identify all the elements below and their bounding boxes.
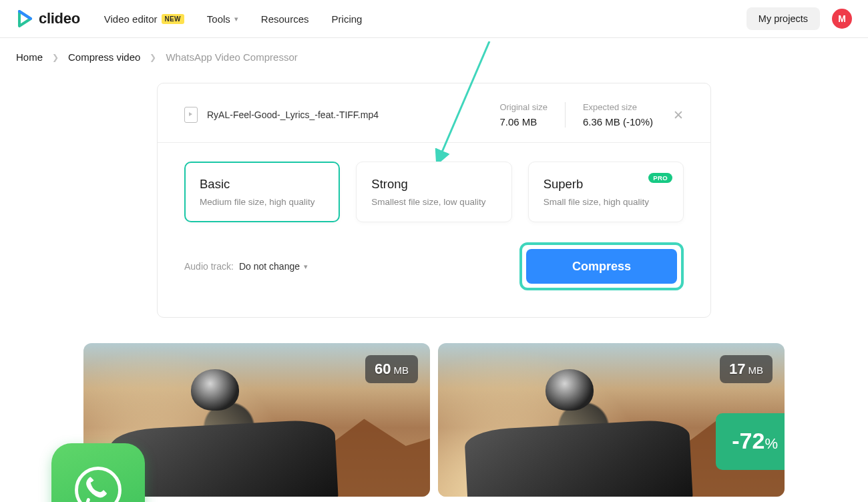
option-desc: Small file size, high quality: [544, 197, 668, 207]
nav-label: Resources: [261, 13, 309, 25]
option-title: Basic: [200, 177, 324, 192]
size-value: 7.06 MB: [499, 116, 548, 128]
after-size-badge: 17 MB: [720, 355, 773, 383]
before-size-badge: 60 MB: [365, 355, 418, 383]
main-nav: Video editor NEW Tools ▾ Resources Prici…: [104, 13, 363, 25]
file-row: RyAL-Feel-Good-_Lyrics_-feat.-TIFF.mp4 O…: [158, 83, 710, 142]
audio-track-label: Audio track:: [184, 261, 234, 272]
option-superb[interactable]: PRO Superb Small file size, high quality: [528, 162, 684, 222]
badge-number: 60: [375, 360, 391, 378]
nav-label: Tools: [207, 13, 230, 25]
crumb-compress-video[interactable]: Compress video: [68, 51, 140, 63]
card-bottom: Audio track: Do not change ▾ Compress: [158, 242, 710, 317]
option-title: Strong: [371, 177, 496, 192]
nav-label: Pricing: [332, 13, 363, 25]
option-desc: Smallest file size, low quality: [371, 197, 496, 207]
audio-track-select[interactable]: Do not change ▾: [239, 261, 308, 272]
after-shot: 17 MB -72 %: [438, 343, 785, 497]
breadcrumb: Home ❯ Compress video ❯ WhatsApp Video C…: [0, 38, 868, 63]
reduction-pct: %: [765, 435, 778, 453]
chevron-right-icon: ❯: [52, 53, 59, 62]
expected-size: Expected size 6.36 MB (-10%): [583, 102, 653, 128]
divider: [565, 102, 566, 128]
nav-tools[interactable]: Tools ▾: [207, 13, 238, 25]
header: clideo Video editor NEW Tools ▾ Resource…: [0, 0, 868, 38]
size-label: Expected size: [583, 102, 653, 112]
chevron-down-icon: ▾: [234, 15, 238, 23]
nav-resources[interactable]: Resources: [261, 13, 309, 25]
pro-badge: PRO: [648, 173, 672, 183]
file-name: RyAL-Feel-Good-_Lyrics_-feat.-TIFF.mp4: [207, 109, 379, 120]
remove-file-button[interactable]: ✕: [673, 109, 684, 121]
whatsapp-icon: [51, 443, 145, 502]
compress-button[interactable]: Compress: [526, 249, 677, 284]
video-file-icon: [184, 107, 198, 123]
size-value: 6.36 MB (-10%): [583, 116, 653, 128]
compress-highlight: Compress: [519, 242, 684, 290]
comparison-strip: 60 MB 17 MB -72 %: [83, 343, 785, 497]
badge-unit: MB: [748, 364, 764, 376]
my-projects-button[interactable]: My projects: [746, 7, 820, 30]
size-block: Original size 7.06 MB Expected size 6.36…: [499, 102, 684, 128]
chevron-right-icon: ❯: [150, 53, 156, 62]
size-label: Original size: [499, 102, 548, 112]
option-basic[interactable]: Basic Medium file size, high quality: [184, 162, 340, 222]
crumb-home[interactable]: Home: [16, 51, 43, 63]
reduction-badge: -72 %: [716, 413, 785, 470]
new-badge: NEW: [162, 14, 184, 24]
logo-text: clideo: [39, 10, 80, 27]
logo[interactable]: clideo: [16, 10, 80, 27]
option-strong[interactable]: Strong Smallest file size, low quality: [356, 162, 511, 222]
original-size: Original size 7.06 MB: [499, 102, 548, 128]
crumb-current: WhatsApp Video Compressor: [166, 51, 297, 63]
compression-options: Basic Medium file size, high quality Str…: [158, 143, 710, 242]
badge-number: 17: [729, 360, 745, 378]
nav-video-editor[interactable]: Video editor NEW: [104, 13, 184, 25]
avatar[interactable]: M: [832, 9, 852, 29]
reduction-value: -72: [732, 428, 765, 454]
compress-card: RyAL-Feel-Good-_Lyrics_-feat.-TIFF.mp4 O…: [157, 83, 711, 318]
audio-track-value: Do not change: [239, 261, 300, 272]
logo-play-icon: [16, 10, 33, 27]
nav-label: Video editor: [104, 13, 158, 25]
chevron-down-icon: ▾: [304, 262, 308, 271]
nav-pricing[interactable]: Pricing: [332, 13, 363, 25]
badge-unit: MB: [394, 364, 409, 376]
option-desc: Medium file size, high quality: [200, 197, 324, 207]
